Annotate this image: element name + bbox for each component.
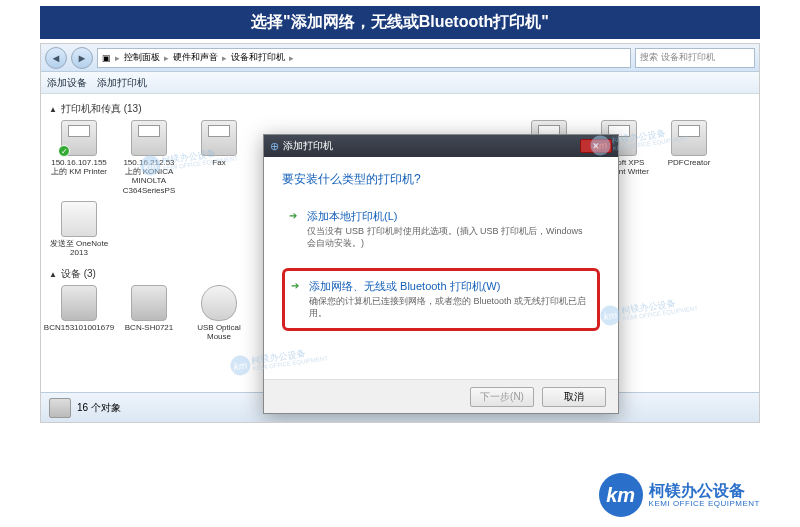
device-item[interactable]: BCN-SH0721	[119, 285, 179, 341]
slide-title: 选择"添加网络，无线或Bluetooth打印机"	[40, 6, 760, 39]
printer-item[interactable]: ✓150.16.107.155 上的 KM Printer	[49, 120, 109, 195]
search-input[interactable]: 搜索 设备和打印机	[635, 48, 755, 68]
printer-item[interactable]: PDFCreator	[659, 120, 719, 195]
folder-icon: ▣	[102, 53, 111, 63]
breadcrumb-item[interactable]: 设备和打印机	[231, 51, 285, 64]
breadcrumb-sep: ▸	[115, 53, 120, 63]
add-printer-dialog: ⊕ 添加打印机 ✕ 要安装什么类型的打印机? ➔ 添加本地打印机(L) 仅当没有…	[263, 134, 619, 414]
default-check-icon: ✓	[58, 145, 70, 157]
explorer-titlebar: ◄ ► ▣ ▸ 控制面板 ▸ 硬件和声音 ▸ 设备和打印机 ▸ 搜索 设备和打印…	[41, 44, 759, 72]
option-desc: 确保您的计算机已连接到网络，或者您的 Bluetooth 或无线打印机已启用。	[309, 296, 587, 319]
device-item[interactable]: USB Optical Mouse	[189, 285, 249, 341]
add-network-printer-option[interactable]: ➔ 添加网络、无线或 Bluetooth 打印机(W) 确保您的计算机已连接到网…	[282, 268, 600, 330]
close-button[interactable]: ✕	[580, 139, 612, 153]
option-title: 添加本地打印机(L)	[307, 209, 589, 224]
printer-item[interactable]: 发送至 OneNote 2013	[49, 201, 109, 257]
add-local-printer-option[interactable]: ➔ 添加本地打印机(L) 仅当没有 USB 打印机时使用此选项。(插入 USB …	[282, 200, 600, 258]
back-button[interactable]: ◄	[45, 47, 67, 69]
printer-item[interactable]: 150.16.212.53 上的 KONICA MINOLTA C364Seri…	[119, 120, 179, 195]
collapse-icon: ▲	[49, 105, 57, 114]
printer-icon: ⊕	[270, 140, 279, 153]
explorer-window: ◄ ► ▣ ▸ 控制面板 ▸ 硬件和声音 ▸ 设备和打印机 ▸ 搜索 设备和打印…	[40, 43, 760, 423]
breadcrumb[interactable]: ▣ ▸ 控制面板 ▸ 硬件和声音 ▸ 设备和打印机 ▸	[97, 48, 631, 68]
brand-name-cn: 柯镁办公设备	[649, 483, 760, 499]
brand-logo: km	[599, 473, 643, 517]
arrow-icon: ➔	[291, 280, 299, 291]
brand-footer: km 柯镁办公设备 KEMI OFFICE EQUIPMENT	[599, 473, 760, 517]
brand-name-en: KEMI OFFICE EQUIPMENT	[649, 499, 760, 508]
dialog-footer: 下一步(N) 取消	[264, 379, 618, 413]
option-title: 添加网络、无线或 Bluetooth 打印机(W)	[309, 279, 587, 294]
cancel-button[interactable]: 取消	[542, 387, 606, 407]
device-item[interactable]: BCN153101001679	[49, 285, 109, 341]
breadcrumb-item[interactable]: 控制面板	[124, 51, 160, 64]
add-printer-button[interactable]: 添加打印机	[97, 76, 147, 90]
printer-item[interactable]: Fax	[189, 120, 249, 195]
printers-section-header[interactable]: ▲ 打印机和传真 (13)	[49, 102, 751, 116]
breadcrumb-item[interactable]: 硬件和声音	[173, 51, 218, 64]
printer-icon	[49, 398, 71, 418]
dialog-question: 要安装什么类型的打印机?	[282, 171, 600, 188]
dialog-titlebar[interactable]: ⊕ 添加打印机 ✕	[264, 135, 618, 157]
next-button[interactable]: 下一步(N)	[470, 387, 534, 407]
forward-button[interactable]: ►	[71, 47, 93, 69]
arrow-icon: ➔	[289, 210, 297, 221]
dialog-title: 添加打印机	[283, 139, 333, 153]
add-device-button[interactable]: 添加设备	[47, 76, 87, 90]
item-count: 16 个对象	[77, 401, 121, 415]
collapse-icon: ▲	[49, 270, 57, 279]
dialog-body: 要安装什么类型的打印机? ➔ 添加本地打印机(L) 仅当没有 USB 打印机时使…	[264, 157, 618, 355]
toolbar: 添加设备 添加打印机	[41, 72, 759, 94]
option-desc: 仅当没有 USB 打印机时使用此选项。(插入 USB 打印机后，Windows …	[307, 226, 589, 249]
